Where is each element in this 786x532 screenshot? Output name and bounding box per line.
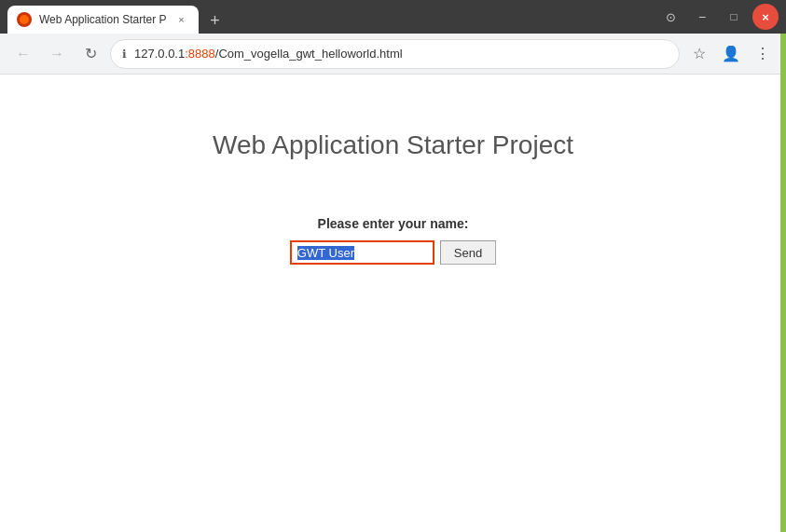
reload-button[interactable]: ↻ xyxy=(76,40,104,68)
tab-bar: Web Application Starter P × + xyxy=(7,0,657,34)
back-button[interactable]: ← xyxy=(9,40,37,68)
address-bar[interactable]: ℹ 127.0.0.1:8888/Com_vogella_gwt_hellowo… xyxy=(110,39,680,69)
window-controls: ⊙ − □ × xyxy=(657,4,779,30)
bookmark-button[interactable]: ☆ xyxy=(685,40,713,68)
lock-icon: ℹ xyxy=(122,48,127,61)
nav-bar: ← → ↻ ℹ 127.0.0.1:8888/Com_vogella_gwt_h… xyxy=(0,34,786,75)
address-port: :8888 xyxy=(185,47,215,61)
new-tab-button[interactable]: + xyxy=(202,7,228,34)
page-content: Web Application Starter Project Please e… xyxy=(0,75,786,532)
form-section: Please enter your name: Send xyxy=(290,216,496,265)
address-text: 127.0.0.1:8888/Com_vogella_gwt_helloworl… xyxy=(134,47,668,61)
title-bar: Web Application Starter P × + ⊙ − □ × xyxy=(0,0,786,34)
forward-button[interactable]: → xyxy=(43,40,71,68)
form-label: Please enter your name: xyxy=(318,216,469,231)
browser-window: Web Application Starter P × + ⊙ − □ × ← … xyxy=(0,0,786,532)
close-button[interactable]: × xyxy=(752,4,779,30)
tab-title: Web Application Starter P xyxy=(39,13,167,26)
tab-close-button[interactable]: × xyxy=(174,12,189,27)
address-host: 127.0.0.1 xyxy=(134,47,185,61)
form-row: Send xyxy=(290,240,496,265)
profile-icon[interactable]: ⊙ xyxy=(657,4,683,30)
profile-button[interactable]: 👤 xyxy=(717,40,745,68)
nav-right-controls: ☆ 👤 ⋮ xyxy=(685,40,777,68)
active-tab[interactable]: Web Application Starter P × xyxy=(7,6,199,34)
address-path: /Com_vogella_gwt_helloworld.html xyxy=(215,47,403,61)
send-button[interactable]: Send xyxy=(440,240,496,265)
minimize-button[interactable]: − xyxy=(689,4,715,30)
tab-favicon-inner xyxy=(20,15,29,24)
name-input[interactable] xyxy=(290,240,434,265)
maximize-button[interactable]: □ xyxy=(721,4,747,30)
page-title: Web Application Starter Project xyxy=(213,130,573,160)
tab-favicon xyxy=(17,12,32,27)
right-panel-decoration xyxy=(780,34,786,532)
menu-button[interactable]: ⋮ xyxy=(749,40,777,68)
